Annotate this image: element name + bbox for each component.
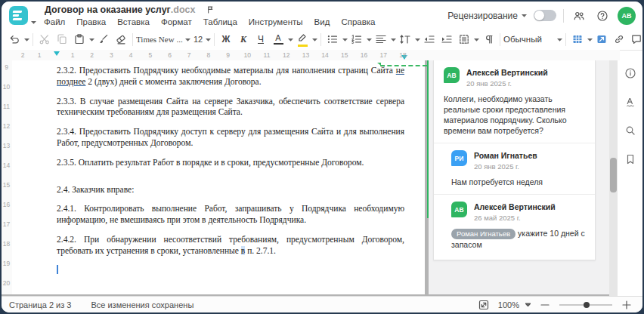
spellcheck-icon[interactable]	[622, 94, 639, 110]
flag-icon[interactable]	[206, 5, 215, 15]
comments-panel: АВАлексей Вертинский20 янв 2025 г.Коллег…	[429, 60, 620, 294]
numbered-list-chevron[interactable]	[366, 31, 372, 48]
ruler-number: 3	[106, 51, 116, 59]
scrollbar[interactable]	[609, 60, 618, 296]
menu-item[interactable]: Формат	[161, 17, 192, 26]
comment-author-block: Алексей Вертинский26 май 2025 г.	[474, 202, 556, 222]
increase-indent-icon[interactable]	[438, 31, 455, 48]
document-page[interactable]: 2.3.2. Предоставить Подрядчику необходим…	[12, 60, 425, 294]
decrease-indent-icon[interactable]	[421, 31, 438, 48]
mention-chip[interactable]: Роман Игнатьев	[451, 229, 516, 239]
paste-chevron[interactable]	[88, 31, 94, 48]
paragraph-settings-chevron[interactable]	[473, 31, 479, 48]
insert-table-chevron[interactable]	[587, 31, 593, 48]
formatting-marks-icon[interactable]	[480, 31, 497, 48]
comment-thread[interactable]: АВАлексей Вертинский20 янв 2025 г.Коллег…	[433, 60, 596, 260]
user-avatar[interactable]: АВ	[618, 7, 636, 25]
line-spacing-icon[interactable]	[397, 31, 413, 48]
menu-item[interactable]: Файл	[44, 17, 65, 26]
font-color-chevron[interactable]	[287, 31, 293, 48]
avatar: РИ	[451, 150, 467, 166]
paragraph-settings-icon[interactable]	[456, 31, 472, 48]
ruler-number: 14	[2, 162, 11, 169]
title-text: Договор на оказание услуг	[45, 5, 171, 15]
undo-icon[interactable]	[6, 31, 23, 48]
comment-author: Алексей Вертинский	[474, 202, 556, 211]
zoom-out-icon[interactable]	[537, 297, 553, 313]
menu-item[interactable]: Таблица	[203, 17, 237, 26]
comment-reply[interactable]: РИРоман Игнатьев20 янв 2025 г.Нам потреб…	[434, 143, 595, 194]
ruler-number: 16	[359, 51, 370, 59]
eraser-icon[interactable]	[113, 31, 129, 48]
zoom-value[interactable]: 100%	[498, 300, 519, 309]
ruler-number: 4	[125, 51, 136, 59]
font-size-select[interactable]: 12	[191, 31, 211, 48]
line-spacing-chevron[interactable]	[414, 31, 420, 48]
help-icon[interactable]	[594, 8, 611, 24]
zoom-slider[interactable]	[559, 304, 612, 306]
undo-chevron[interactable]	[23, 31, 29, 48]
align-left-icon[interactable]	[373, 31, 389, 48]
save-status: Все изменения сохранены	[91, 300, 194, 309]
comment[interactable]: АВАлексей Вертинский20 янв 2025 г.Коллег…	[434, 60, 595, 143]
cut-icon[interactable]	[36, 31, 53, 48]
fit-page-icon[interactable]	[475, 297, 492, 313]
menu-item[interactable]: Вставка	[117, 17, 150, 26]
collaboration-icon[interactable]	[571, 8, 587, 24]
underline-button[interactable]: Ч	[252, 31, 269, 48]
numbered-list-icon[interactable]	[348, 31, 365, 48]
copy-icon[interactable]	[54, 31, 70, 48]
zoom-chevron-icon[interactable]	[525, 303, 531, 306]
bullet-list-icon[interactable]	[324, 31, 341, 48]
comment-header: АВАлексей Вертинский26 май 2025 г.	[451, 202, 586, 222]
zoom-in-icon[interactable]	[618, 297, 635, 313]
menu-item[interactable]: Правка	[76, 17, 106, 26]
insert-image-icon[interactable]	[593, 31, 610, 48]
format-painter-icon[interactable]	[95, 31, 112, 48]
bold-button[interactable]: Ж	[218, 31, 234, 48]
italic-button[interactable]: К	[235, 31, 252, 48]
menu-item[interactable]: Справка	[341, 17, 375, 26]
review-mode-select[interactable]: Рецензирование	[447, 11, 527, 21]
page-indicator: Страница 2 из 3	[9, 300, 71, 309]
app-logo-icon[interactable]	[9, 6, 28, 25]
comment-author-block: Алексей Вертинский20 янв 2025 г.	[466, 67, 548, 88]
ruler-number: 12	[2, 122, 11, 130]
paste-icon[interactable]	[71, 31, 88, 48]
divider	[563, 9, 564, 23]
insert-link-icon[interactable]	[611, 31, 627, 48]
chevron-down-icon	[522, 14, 527, 17]
highlight-chevron[interactable]	[311, 31, 317, 48]
scrollbar-thumb[interactable]	[610, 158, 617, 192]
header: Договор на оказание услуг.docx ФайлПравк…	[2, 2, 642, 29]
search-icon[interactable]	[622, 122, 639, 139]
first-line-indent-marker[interactable]	[54, 51, 60, 56]
ruler-number: 5	[145, 51, 156, 59]
menu-item[interactable]: Вид	[314, 17, 330, 26]
review-toggle[interactable]	[534, 10, 556, 21]
info-icon[interactable]	[622, 65, 639, 82]
commented-text: не позднее	[57, 66, 404, 86]
align-chevron[interactable]	[390, 31, 396, 48]
ruler-number: 2	[87, 51, 98, 59]
highlighted-text: в	[241, 246, 245, 255]
paragraph-style-value: Обычный	[503, 35, 556, 44]
ruler-number: 16	[2, 201, 11, 208]
font-family-select[interactable]: Times New ...	[136, 31, 190, 48]
bullet-list-chevron[interactable]	[342, 31, 348, 48]
app-menu-chevron-icon[interactable]	[31, 14, 36, 27]
paragraph: 2.3.2. Предоставить Подрядчику необходим…	[57, 65, 404, 88]
font-color-button[interactable]: А	[270, 31, 286, 48]
ruler-number: 12	[281, 51, 292, 59]
menu-item[interactable]: Инструменты	[249, 17, 303, 26]
insert-comment-icon[interactable]	[628, 31, 642, 48]
comment-reply[interactable]: АВАлексей Вертинский26 май 2025 г.Роман …	[434, 194, 595, 257]
avatar: АВ	[444, 67, 460, 83]
ruler-number: 10	[242, 51, 252, 59]
ruler-number: 7	[184, 51, 194, 59]
zoom-slider-handle[interactable]	[584, 302, 590, 308]
paragraph-style-select[interactable]: Обычный	[503, 31, 562, 48]
highlight-icon[interactable]	[294, 31, 311, 48]
insert-table-icon[interactable]	[569, 31, 586, 48]
bookmark-icon[interactable]	[622, 151, 639, 168]
